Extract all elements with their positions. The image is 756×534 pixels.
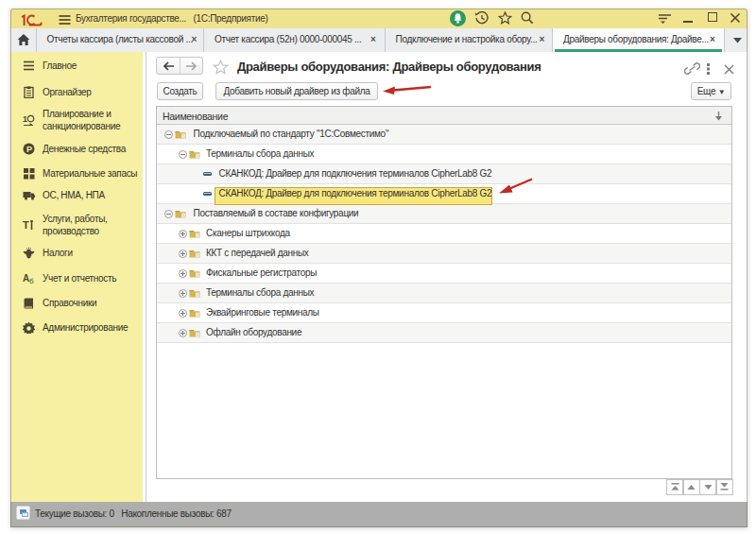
svg-text:T: T (23, 219, 29, 231)
svg-text:1: 1 (23, 114, 27, 124)
svg-text:б: б (29, 277, 34, 284)
svg-text:А: А (23, 273, 29, 284)
svg-text:P: P (26, 145, 32, 154)
